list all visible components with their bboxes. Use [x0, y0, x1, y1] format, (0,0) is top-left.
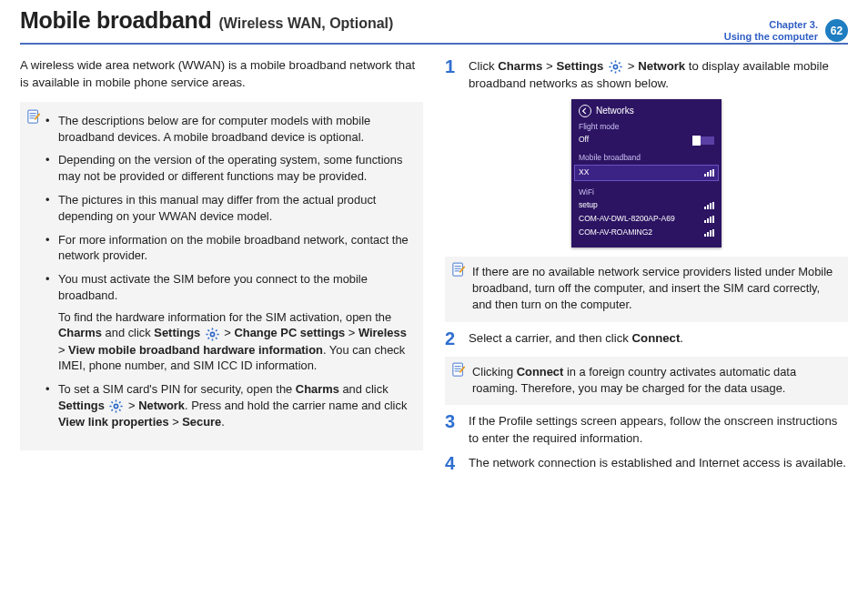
svg-point-3: [613, 66, 617, 69]
wifi-network-row: setup: [579, 200, 714, 211]
mobile-broadband-label: Mobile broadband: [579, 153, 714, 164]
flight-mode-label: Flight mode: [579, 122, 714, 133]
wifi-label: WiFi: [579, 187, 714, 198]
step-4: 4 The network connection is established …: [445, 454, 848, 472]
note-icon: [452, 262, 465, 278]
page-title: Mobile broadband: [20, 7, 211, 34]
note-text: If there are no available network servic…: [472, 265, 833, 311]
note-item: For more information on the mobile broad…: [58, 232, 410, 265]
step-body: Select a carrier, and then click Connect…: [469, 329, 848, 348]
step-body: Click Charms > Settings > Network to dis…: [469, 57, 848, 91]
note-item: The pictures in this manual may differ f…: [58, 192, 410, 225]
signal-icon: [704, 216, 714, 223]
note-icon: [27, 109, 40, 126]
intro-paragraph: A wireless wide area network (WWAN) is a…: [20, 57, 423, 90]
signal-icon: [704, 202, 714, 209]
flight-off-label: Off: [579, 135, 589, 146]
chapter-name: Using the computer: [724, 31, 818, 43]
gear-icon: [608, 59, 623, 75]
note-text: Clicking Connect in a foreign country ac…: [472, 365, 796, 395]
chapter-number: Chapter 3.: [724, 19, 818, 31]
note-subparagraph: To find the hardware information for the…: [58, 309, 410, 374]
back-icon: [579, 105, 591, 117]
wifi-network-row: COM-AV-DWL-8200AP-A69: [579, 214, 714, 225]
note-item: You must activate the SIM before you con…: [58, 271, 410, 374]
windows-networks-screenshot: Networks Flight mode Off Mobile broadban…: [571, 99, 722, 248]
right-column: 1 Click Charms > Settings > Network to d…: [445, 57, 848, 480]
note-box: If there are no available network servic…: [445, 257, 848, 321]
step-number: 4: [445, 454, 459, 472]
gear-icon: [205, 327, 220, 342]
wifi-network-row: COM-AV-ROAMING2: [579, 227, 714, 238]
note-box: Clicking Connect in a foreign country ac…: [445, 357, 848, 406]
mb-network-selected: XX: [575, 166, 718, 180]
signal-icon: [704, 169, 714, 177]
left-column: A wireless wide area network (WWAN) is a…: [20, 57, 423, 480]
page-subtitle: (Wireless WAN, Optional): [218, 15, 393, 32]
flight-mode-toggle: [692, 136, 714, 145]
step-number: 1: [445, 57, 459, 91]
note-icon: [452, 362, 465, 379]
page-number-badge: 62: [825, 19, 848, 42]
step-body: If the Profile settings screen appears, …: [469, 412, 848, 446]
signal-icon: [704, 229, 714, 237]
svg-point-1: [210, 332, 214, 336]
svg-point-2: [115, 404, 118, 408]
chapter-indicator: Chapter 3. Using the computer 62: [724, 19, 848, 42]
networks-title: Networks: [596, 105, 634, 117]
note-item: To set a SIM card's PIN for security, op…: [58, 381, 410, 430]
step-number: 3: [445, 412, 459, 446]
note-item: Depending on the version of the operatin…: [58, 152, 410, 185]
note-list: The descriptions below are for computer …: [33, 113, 410, 430]
gear-icon: [108, 399, 124, 414]
step-3: 3 If the Profile settings screen appears…: [445, 412, 848, 446]
note-box: The descriptions below are for computer …: [20, 102, 423, 450]
step-number: 2: [445, 329, 459, 348]
step-1: 1 Click Charms > Settings > Network to d…: [445, 57, 848, 91]
step-2: 2 Select a carrier, and then click Conne…: [445, 329, 848, 348]
note-item: The descriptions below are for computer …: [58, 113, 410, 146]
page-header: Mobile broadband (Wireless WAN, Optional…: [20, 7, 848, 45]
step-body: The network connection is established an…: [469, 454, 848, 472]
